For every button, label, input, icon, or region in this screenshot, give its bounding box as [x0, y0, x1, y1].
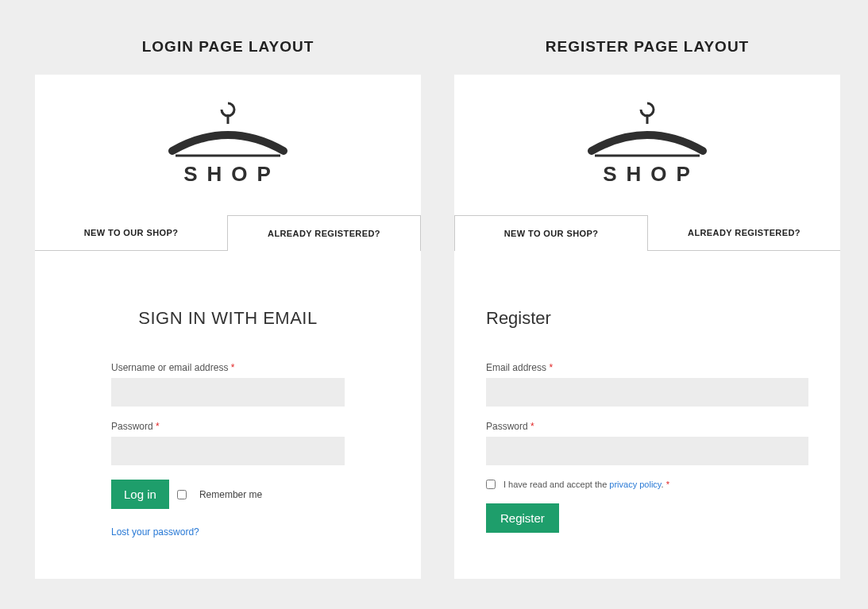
- login-card: SHOP NEW TO OUR SHOP? ALREADY REGISTERED…: [35, 75, 421, 579]
- email-input[interactable]: [486, 378, 808, 407]
- register-tabs: NEW TO OUR SHOP? ALREADY REGISTERED?: [454, 215, 840, 251]
- username-label-text: Username or email address: [111, 362, 231, 373]
- logo-text: SHOP: [183, 162, 280, 187]
- password-label: Password *: [111, 421, 345, 432]
- signin-heading: SIGN IN WITH EMAIL: [81, 308, 375, 329]
- shop-logo: SHOP: [454, 75, 840, 207]
- password-label-text: Password: [111, 421, 156, 432]
- remember-checkbox[interactable]: [177, 490, 187, 499]
- login-page-title: LOGIN PAGE LAYOUT: [142, 38, 314, 56]
- reg-password-field-row: Password *: [486, 421, 808, 465]
- consent-checkbox[interactable]: [486, 480, 496, 489]
- password-input[interactable]: [111, 437, 345, 465]
- required-mark: *: [666, 480, 669, 489]
- email-label-text: Email address: [486, 362, 549, 373]
- consent-text: I have read and accept the privacy polic…: [503, 480, 669, 489]
- tab-new-to-shop[interactable]: NEW TO OUR SHOP?: [35, 215, 227, 251]
- reg-password-input[interactable]: [486, 437, 808, 465]
- tab-new-to-shop[interactable]: NEW TO OUR SHOP?: [454, 215, 648, 251]
- reg-password-label: Password *: [486, 421, 808, 432]
- login-tabs: NEW TO OUR SHOP? ALREADY REGISTERED?: [35, 215, 421, 251]
- required-mark: *: [530, 421, 534, 432]
- lost-password-link[interactable]: Lost your password?: [81, 526, 375, 538]
- logo-text: SHOP: [603, 162, 700, 187]
- register-button[interactable]: Register: [486, 503, 559, 533]
- username-input[interactable]: [111, 378, 345, 407]
- register-column: REGISTER PAGE LAYOUT SHOP NEW TO OUR SHO…: [454, 0, 840, 579]
- tab-already-registered[interactable]: ALREADY REGISTERED?: [227, 215, 421, 251]
- tab-already-registered[interactable]: ALREADY REGISTERED?: [648, 215, 840, 251]
- email-field-row: Email address *: [486, 362, 808, 407]
- layout-wrap: LOGIN PAGE LAYOUT SHOP NEW TO OUR SHOP? …: [0, 0, 868, 579]
- required-mark: *: [156, 421, 160, 432]
- required-mark: *: [549, 362, 553, 373]
- shop-logo: SHOP: [35, 75, 421, 207]
- reg-password-label-text: Password: [486, 421, 530, 432]
- email-label: Email address *: [486, 362, 808, 373]
- login-button[interactable]: Log in: [111, 480, 169, 509]
- username-label: Username or email address *: [111, 362, 345, 373]
- password-field-row: Password *: [111, 421, 345, 465]
- login-column: LOGIN PAGE LAYOUT SHOP NEW TO OUR SHOP? …: [35, 0, 421, 579]
- remember-label: Remember me: [199, 489, 262, 500]
- username-field-row: Username or email address *: [111, 362, 345, 407]
- required-mark: *: [231, 362, 235, 373]
- register-form-area: Register Email address * Password *: [454, 251, 840, 557]
- login-actions: Log in Remember me: [81, 480, 375, 509]
- hanger-icon: [164, 97, 291, 160]
- privacy-policy-link[interactable]: privacy policy: [609, 480, 661, 489]
- register-card: SHOP NEW TO OUR SHOP? ALREADY REGISTERED…: [454, 75, 840, 579]
- consent-row: I have read and accept the privacy polic…: [486, 480, 808, 489]
- register-heading: Register: [486, 308, 808, 329]
- hanger-icon: [584, 97, 711, 160]
- login-form-area: SIGN IN WITH EMAIL Username or email add…: [35, 251, 421, 561]
- consent-prefix: I have read and accept the: [503, 480, 609, 489]
- register-page-title: REGISTER PAGE LAYOUT: [546, 38, 749, 56]
